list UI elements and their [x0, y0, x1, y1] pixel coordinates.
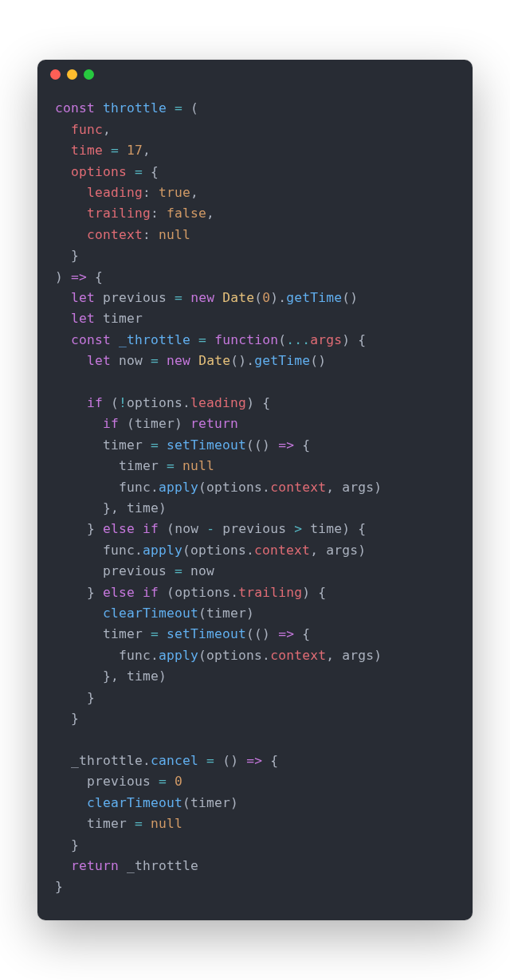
code-token: time	[310, 521, 342, 536]
code-token: )	[175, 416, 182, 431]
code-token: (	[254, 290, 262, 305]
code-token: (	[127, 416, 135, 431]
code-token: )	[246, 606, 254, 621]
code-token: args	[342, 648, 374, 663]
window-titlebar	[37, 60, 473, 88]
code-token: _throttle	[71, 753, 143, 768]
code-token: (	[167, 585, 175, 600]
code-token: leading	[190, 395, 246, 410]
code-token: .	[151, 648, 159, 663]
code-token: .	[230, 585, 238, 600]
code-token: =	[151, 437, 159, 453]
code-token: ()	[310, 353, 326, 368]
code-token: .	[182, 395, 190, 410]
code-token: :	[151, 206, 159, 221]
code-token: now	[190, 563, 214, 578]
code-token: {	[302, 437, 310, 453]
code-token: {	[318, 585, 326, 600]
code-token: previous	[103, 563, 167, 578]
code-token: null	[151, 816, 182, 831]
code-token: (	[167, 521, 175, 536]
code-token: apply	[143, 543, 182, 558]
code-token: >	[294, 521, 302, 536]
code-token: }	[71, 711, 79, 726]
code-token: ()	[222, 753, 238, 768]
code-token: getTime	[286, 290, 342, 305]
code-token: .	[151, 480, 159, 495]
code-token: context	[87, 227, 143, 242]
code-token: .	[246, 543, 254, 558]
code-token: apply	[159, 480, 198, 495]
code-token: timer	[206, 606, 246, 621]
code-token: true	[159, 185, 190, 200]
code-token: )	[55, 269, 63, 284]
code-token: =	[135, 164, 143, 179]
code-token: }	[71, 837, 79, 853]
code-token: =>	[278, 437, 294, 453]
code-token: func	[103, 543, 135, 558]
code-token: setTimeout	[167, 626, 246, 641]
code-token: ,	[103, 122, 111, 137]
code-token: else	[103, 585, 135, 600]
code-token: return	[190, 416, 238, 431]
code-token: {	[270, 753, 278, 768]
code-token: :	[143, 185, 151, 200]
maximize-icon[interactable]	[84, 69, 94, 80]
code-token: let	[87, 353, 111, 368]
code-token: timer	[103, 626, 143, 641]
code-token: )	[342, 521, 350, 536]
code-token: clearTimeout	[87, 795, 182, 810]
minimize-icon[interactable]	[67, 69, 77, 80]
code-token: .	[262, 480, 270, 495]
code-token: =>	[278, 626, 294, 641]
code-token: 0	[262, 290, 270, 305]
code-token: trailing	[238, 585, 302, 600]
code-token: null	[182, 458, 214, 473]
code-token: args	[310, 332, 342, 347]
code-token: (	[198, 606, 206, 621]
code-token: :	[143, 227, 151, 242]
code-token: cancel	[151, 753, 198, 768]
code-token: =	[175, 100, 182, 116]
code-token: ,	[326, 648, 334, 663]
code-token: func	[119, 480, 151, 495]
code-token: ()	[342, 290, 358, 305]
code-token: options	[206, 480, 262, 495]
code-token: ).	[270, 290, 286, 305]
code-token: args	[326, 543, 358, 558]
code-token: trailing	[87, 206, 151, 221]
code-token: timer	[119, 458, 159, 473]
code-token: .	[262, 648, 270, 663]
code-token: time	[127, 500, 159, 515]
code-token: =>	[71, 269, 87, 284]
code-token: (	[198, 480, 206, 495]
code-token: {	[95, 269, 103, 284]
code-token: .	[143, 753, 151, 768]
code-token: (	[182, 543, 190, 558]
code-token: time	[127, 668, 159, 684]
code-token: =	[159, 774, 167, 789]
code-token: )	[374, 648, 382, 663]
code-token: else	[103, 521, 135, 536]
code-token: context	[254, 543, 310, 558]
code-token: time	[71, 143, 103, 158]
code-token: Date	[198, 353, 230, 368]
code-token: setTimeout	[167, 437, 246, 453]
code-token: =>	[246, 753, 262, 768]
code-token: =	[111, 143, 119, 158]
code-token: 17	[127, 143, 143, 158]
code-token: const	[71, 332, 111, 347]
code-token: options	[71, 164, 127, 179]
code-token: }	[87, 521, 95, 536]
code-token: options	[127, 395, 182, 410]
code-token: )	[374, 480, 382, 495]
code-token: ,	[326, 480, 334, 495]
code-token: if	[87, 395, 103, 410]
code-token: ,	[206, 206, 214, 221]
code-token: _throttle	[127, 858, 198, 873]
close-icon[interactable]	[50, 69, 61, 80]
code-token: )	[159, 668, 167, 684]
code-token: }	[55, 879, 63, 894]
code-token: }	[87, 585, 95, 600]
code-token: previous	[87, 774, 151, 789]
